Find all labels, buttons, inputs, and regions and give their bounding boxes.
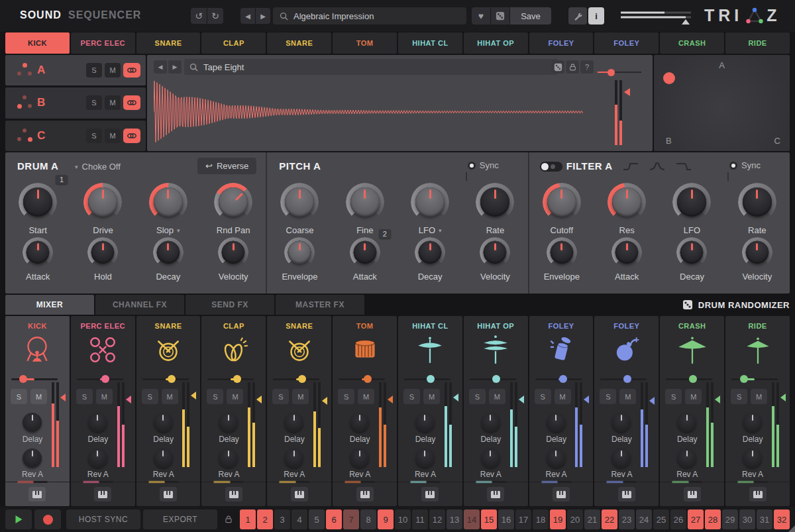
slider-handle[interactable] [19,375,27,383]
channel-solo-button[interactable]: S [338,389,354,404]
filter-enable-toggle[interactable] [540,162,562,172]
channel-reverb-knob[interactable] [677,449,696,468]
step-3[interactable]: 3 [274,509,290,529]
slider-handle[interactable] [168,375,176,383]
channel-mute-button[interactable]: M [751,389,767,404]
channel-solo-button[interactable]: S [142,389,158,404]
pitch-decay-knob[interactable] [415,237,445,268]
drum-pad-tom[interactable]: TOM [333,32,397,54]
drum-pad-snare[interactable]: SNARE [136,32,201,54]
drum-pad-kick[interactable]: KICK [5,32,70,54]
step-14[interactable]: 14 [464,509,480,529]
channel-delay-knob[interactable] [284,413,303,432]
mixer-channel-tom[interactable]: TOMSMDelayRev A [333,316,397,506]
channel-mute-button[interactable]: M [555,389,571,404]
channel-solo-button[interactable]: S [535,389,551,404]
highpass-icon[interactable] [622,162,639,171]
mixer-channel-hihat-op[interactable]: HIHAT OPSMDelayRev A [464,316,528,506]
channel-reverb-knob[interactable] [219,449,238,468]
step-16[interactable]: 16 [498,509,514,529]
channel-reverb-knob[interactable] [284,449,303,468]
step-4[interactable]: 4 [292,509,307,529]
layer-mute-button[interactable]: M [105,129,121,143]
channel-volume-slider[interactable] [404,375,450,383]
bandpass-icon[interactable] [649,162,666,171]
drum-velocity-knob[interactable] [218,237,248,268]
channel-delay-knob[interactable] [743,413,762,432]
channel-solo-button[interactable]: S [11,389,27,404]
waveform[interactable] [154,79,591,145]
channel-mute-button[interactable]: M [292,389,309,404]
drum-decay-knob[interactable] [153,237,184,268]
sample-help-button[interactable]: ? [580,60,594,74]
channel-keyboard-button[interactable] [487,487,504,502]
mixer-channel-hihat-cl[interactable]: HIHAT CLSMDelayRev A [398,316,462,506]
drum-start-knob[interactable]: 1 [19,183,57,221]
xy-morph-pad[interactable]: A B C [654,55,790,151]
filter-decay-knob[interactable] [676,237,707,268]
channel-volume-slider[interactable] [666,375,712,383]
channel-reverb-knob[interactable] [154,449,173,468]
channel-volume-slider[interactable] [11,375,58,383]
sample-prev-button[interactable]: ◀ [154,60,167,74]
drum-drive-knob[interactable] [83,183,122,221]
channel-keyboard-button[interactable] [28,487,46,502]
step-18[interactable]: 18 [533,509,549,529]
channel-delay-knob[interactable] [677,413,696,432]
channel-delay-knob[interactable] [611,413,631,432]
step-29[interactable]: 29 [722,509,738,529]
next-preset-button[interactable]: ▶ [256,8,270,24]
channel-mute-button[interactable]: M [489,389,505,404]
host-sync-button[interactable]: HOST SYNC [66,509,140,529]
channel-keyboard-button[interactable] [94,487,111,502]
channel-volume-slider[interactable] [77,375,123,383]
channel-solo-button[interactable]: S [469,389,486,404]
channel-solo-button[interactable]: S [76,389,93,404]
filter-rate-knob[interactable] [738,183,776,221]
step-20[interactable]: 20 [567,509,583,529]
step-25[interactable]: 25 [653,509,669,529]
play-button[interactable] [5,509,32,529]
pitch-sync-radio[interactable]: Sync [468,160,499,170]
layer-link-button[interactable] [123,95,140,110]
layer-link-button[interactable] [123,129,140,143]
sample-next-button[interactable]: ▶ [168,60,182,74]
channel-reverb-knob[interactable] [547,449,566,468]
favorite-button[interactable]: ♥ [472,7,490,25]
filter-sync-radio[interactable]: Sync [729,160,761,170]
channel-volume-slider[interactable] [470,375,516,383]
pitch-velocity-knob[interactable] [480,237,510,268]
channel-solo-button[interactable]: S [207,389,223,404]
channel-delay-knob[interactable] [350,413,369,432]
channel-keyboard-button[interactable] [160,487,177,502]
mixer-channel-foley[interactable]: FOLEYSMDelayRev A [594,316,659,506]
tab-sequencer[interactable]: SEQUENCER [68,9,141,21]
step-5[interactable]: 5 [309,509,325,529]
channel-solo-button[interactable]: S [600,389,616,404]
save-button[interactable]: Save [510,7,551,25]
step-26[interactable]: 26 [670,509,686,529]
sample-search-input[interactable]: Tape Eight [184,59,558,75]
channel-keyboard-button[interactable] [291,487,308,502]
layer-link-button[interactable] [123,63,140,78]
channel-reverb-knob[interactable] [88,449,107,468]
channel-mute-button[interactable]: M [96,389,113,404]
channel-mute-button[interactable]: M [162,389,178,404]
slider-handle[interactable] [689,375,697,383]
layer-mute-button[interactable]: M [105,63,121,78]
preset-search-input[interactable]: Algebraic Impression [273,7,466,25]
layer-row-c[interactable]: CSM [5,121,146,151]
mixer-channel-snare[interactable]: SNARESMDelayRev A [267,316,331,506]
resize-handle[interactable] [788,525,795,532]
xy-handle[interactable] [663,72,675,84]
channel-delay-knob[interactable] [219,413,238,432]
slider-handle[interactable] [492,375,500,383]
layer-solo-button[interactable]: S [86,129,102,143]
reverse-button[interactable]: ↩Reverse [197,158,256,174]
random-preset-button[interactable] [491,7,509,25]
channel-reverb-knob[interactable] [350,449,369,468]
layer-row-b[interactable]: BSM [5,87,146,118]
drum-attack-knob[interactable] [23,237,53,268]
drum-pad-ride[interactable]: RIDE [725,32,790,54]
mixer-channel-kick[interactable]: KICKSMDelayRev A [5,316,70,506]
